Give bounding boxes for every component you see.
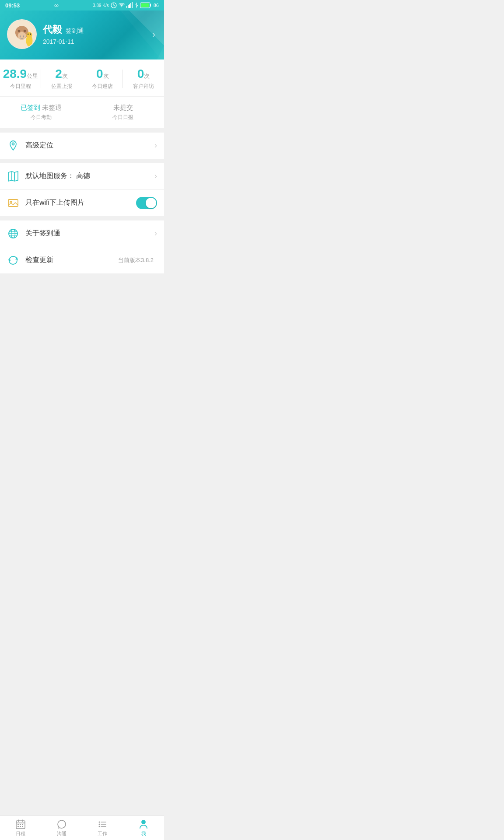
stat-location: 2次 位置上报	[41, 67, 82, 90]
menu-section-2: 默认地图服务： 高德 › 只在wifi下上传图片	[0, 163, 164, 216]
menu-location-text: 高级定位	[25, 141, 154, 150]
attendance-section: 已签到 未签退 今日考勤 未提交 今日日报	[0, 97, 164, 128]
svg-marker-13	[147, 46, 164, 60]
status-right-icons: 3.89 K/s	[93, 2, 159, 8]
stat-visit-unit: 次	[144, 73, 150, 79]
divider-2	[0, 159, 164, 163]
menu-about-chevron: ›	[154, 229, 157, 238]
stat-patrol: 0次 今日巡店	[82, 67, 123, 90]
svg-point-22	[23, 35, 24, 37]
svg-point-19	[18, 30, 21, 32]
image-icon	[7, 197, 19, 209]
svg-rect-2	[128, 5, 129, 8]
menu-update-text: 检查更新	[25, 256, 118, 265]
status-time: 09:53	[5, 2, 20, 9]
svg-rect-5	[132, 2, 133, 8]
svg-rect-1	[126, 6, 127, 8]
svg-rect-3	[129, 4, 130, 8]
not-submitted-label: 未提交	[113, 104, 133, 111]
stat-location-label: 位置上报	[41, 83, 82, 90]
profile-info: 代毅 签到通 2017-01-11	[43, 23, 152, 45]
stat-distance: 28.9公里 今日里程	[0, 67, 41, 90]
menu-map-text: 默认地图服务： 高德	[25, 172, 154, 181]
stat-visit-label: 客户拜访	[123, 83, 164, 90]
wifi-icon	[119, 2, 125, 8]
svg-rect-4	[130, 3, 131, 8]
menu-section-3: 关于签到通 › 检查更新 当前版本3.8.2	[0, 220, 164, 273]
menu-item-wifi-upload[interactable]: 只在wifi下上传图片	[0, 190, 164, 216]
signal-icon	[126, 2, 133, 8]
menu-item-location[interactable]: 高级定位 ›	[0, 133, 164, 159]
daily-label: 今日日报	[82, 114, 164, 121]
menu-section-1: 高级定位 ›	[0, 133, 164, 159]
svg-point-26	[30, 34, 31, 35]
svg-rect-8	[150, 4, 151, 7]
stat-location-value: 2次	[41, 67, 82, 81]
menu-about-text: 关于签到通	[25, 229, 154, 238]
menu-map-chevron: ›	[154, 172, 157, 181]
svg-rect-31	[8, 200, 18, 206]
stat-visit-value: 0次	[123, 67, 164, 81]
menu-update-version: 当前版本3.8.2	[118, 256, 154, 264]
checkin-status: 已签到 未签退	[0, 104, 82, 112]
menu-item-update[interactable]: 检查更新 当前版本3.8.2	[0, 247, 164, 273]
stat-patrol-value: 0次	[82, 67, 123, 81]
stat-patrol-label: 今日巡店	[82, 83, 123, 90]
svg-point-21	[20, 35, 21, 37]
attendance-daily: 未提交 今日日报	[82, 104, 164, 121]
profile-chevron-icon[interactable]: ›	[152, 29, 157, 39]
svg-point-25	[28, 34, 29, 35]
stat-distance-unit: 公里	[27, 73, 38, 79]
svg-point-24	[26, 32, 32, 38]
menu-item-about[interactable]: 关于签到通 ›	[0, 220, 164, 247]
map-icon	[7, 170, 19, 182]
app-name: 签到通	[66, 27, 84, 35]
svg-marker-28	[8, 172, 18, 181]
svg-rect-9	[141, 4, 149, 7]
divider-1	[0, 128, 164, 133]
profile-date: 2017-01-11	[43, 38, 152, 45]
svg-point-27	[12, 143, 14, 145]
refresh-icon	[7, 254, 19, 266]
stat-distance-value: 28.9公里	[0, 67, 41, 81]
menu-wifi-upload-text: 只在wifi下上传图片	[25, 198, 136, 207]
network-speed: 3.89 K/s	[93, 3, 109, 8]
attendance-label: 今日考勤	[0, 114, 82, 121]
stat-visit: 0次 客户拜访	[123, 67, 164, 90]
svg-marker-6	[135, 2, 138, 8]
battery-level: 86	[154, 3, 159, 8]
stat-patrol-unit: 次	[103, 73, 109, 79]
stats-section: 28.9公里 今日里程 2次 位置上报 0次 今日巡店 0次 客户拜访	[0, 60, 164, 96]
globe-icon	[7, 228, 19, 240]
bottom-spacer	[0, 273, 164, 300]
infinity-icon: ∞	[54, 2, 59, 9]
menu-location-chevron: ›	[154, 141, 157, 150]
location-icon	[7, 140, 19, 152]
menu-item-map[interactable]: 默认地图服务： 高德 ›	[0, 163, 164, 190]
svg-point-20	[24, 30, 26, 32]
status-bar: 09:53 ∞ 3.89 K/s	[0, 0, 164, 10]
daily-status: 未提交	[82, 104, 164, 112]
user-name: 代毅	[43, 23, 62, 36]
stat-location-unit: 次	[62, 73, 68, 79]
stat-distance-label: 今日里程	[0, 83, 41, 90]
checked-in-label: 已签到	[21, 104, 40, 111]
divider-3	[0, 216, 164, 220]
page-container: 09:53 ∞ 3.89 K/s	[0, 0, 164, 300]
clock-icon	[111, 2, 117, 8]
avatar	[7, 19, 37, 49]
profile-header[interactable]: 代毅 签到通 2017-01-11 ›	[0, 10, 164, 60]
charging-icon	[134, 2, 139, 8]
wifi-upload-toggle[interactable]	[136, 197, 157, 209]
not-checked-out-label: 未签退	[42, 104, 62, 111]
battery-icon	[140, 2, 152, 8]
attendance-checkin: 已签到 未签退 今日考勤	[0, 104, 82, 121]
